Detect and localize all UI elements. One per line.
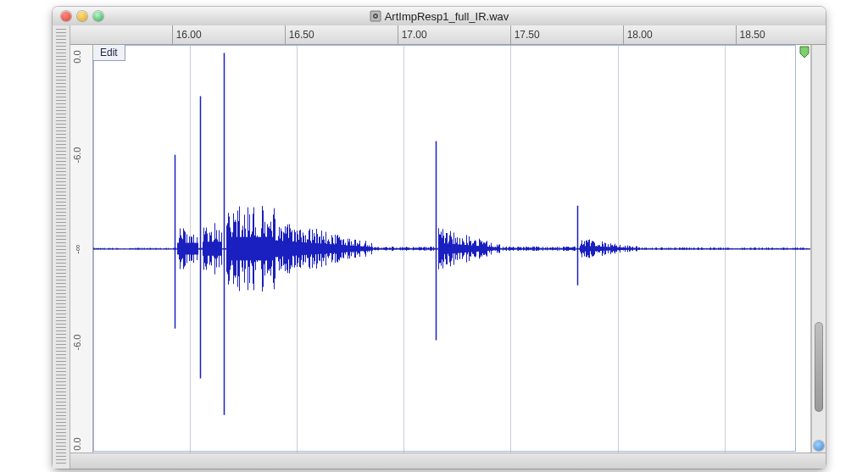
left-tick-gutter	[53, 25, 70, 469]
waveform-area[interactable]: Edit	[93, 45, 811, 453]
audio-editor-window: ArtImpResp1_full_IR.wav 16.0016.5017.001…	[53, 7, 826, 469]
time-ruler-tick: 17.50	[510, 25, 540, 44]
window-controls	[61, 11, 103, 21]
minimize-icon[interactable]	[77, 11, 87, 21]
scrollbar-bottom-cap[interactable]	[814, 441, 824, 451]
amplitude-tick-label: -∞	[72, 244, 82, 254]
time-ruler-tick: 18.00	[623, 25, 653, 44]
amplitude-axis: 0.0-6.0-∞-6.00.0	[70, 45, 93, 453]
edit-region-label[interactable]: Edit	[93, 45, 125, 61]
shield-marker-icon	[798, 46, 810, 59]
time-ruler-tick: 18.50	[736, 25, 765, 44]
window-title: ArtImpResp1_full_IR.wav	[53, 10, 826, 23]
amplitude-tick-label: -6.0	[72, 147, 82, 163]
scrollbar-thumb[interactable]	[815, 322, 823, 412]
amplitude-tick-label: 0.0	[72, 438, 82, 451]
wav-file-icon	[370, 10, 381, 22]
svg-rect-0	[370, 11, 381, 21]
vertical-scrollbar[interactable]	[811, 45, 826, 453]
content-row: 0.0-6.0-∞-6.00.0 Edit	[70, 45, 826, 453]
svg-point-1	[373, 14, 378, 19]
time-ruler-tick: 16.50	[285, 25, 314, 44]
bottom-strip	[70, 453, 826, 469]
window-body: 16.0016.5017.0017.5018.0018.50 0.0-6.0-∞…	[53, 25, 826, 469]
amplitude-tick-label: -6.0	[72, 335, 82, 351]
amplitude-tick-label: 0.0	[72, 51, 82, 64]
close-icon[interactable]	[61, 11, 71, 21]
waveform-canvas[interactable]	[93, 45, 810, 453]
gutter-ticks	[56, 29, 66, 465]
zoom-icon[interactable]	[93, 11, 103, 21]
time-ruler[interactable]: 16.0016.5017.0017.5018.0018.50	[70, 25, 826, 45]
main-column: 16.0016.5017.0017.5018.0018.50 0.0-6.0-∞…	[70, 25, 826, 469]
region-end-marker[interactable]	[798, 45, 811, 60]
titlebar[interactable]: ArtImpResp1_full_IR.wav	[53, 7, 826, 26]
time-ruler-tick: 17.00	[398, 25, 427, 44]
svg-point-2	[375, 15, 376, 17]
window-title-text: ArtImpResp1_full_IR.wav	[385, 10, 509, 23]
time-ruler-tick: 16.00	[172, 25, 202, 44]
